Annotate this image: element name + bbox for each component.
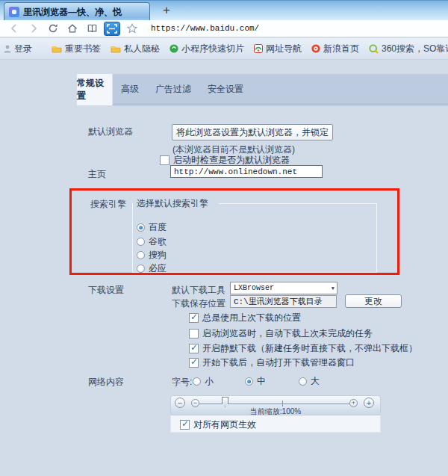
bookmark-label: 360搜索，SO靠谱 <box>382 43 448 55</box>
book-icon <box>86 22 99 34</box>
bookmark-label: 新浪首页 <box>323 43 359 55</box>
bookmark-label: 网址导航 <box>266 43 302 55</box>
last-location-checkbox[interactable]: ✓ <box>189 313 199 323</box>
settings-tab-strip: 常规设置 高级 广告过滤 安全设置 <box>77 74 448 105</box>
refresh-button[interactable] <box>43 21 63 36</box>
active-browser-tab[interactable]: 里讯浏览器—快、净、悦 <box>4 2 150 21</box>
bookmark-item[interactable]: 新浪首页 <box>311 43 359 55</box>
font-size-option[interactable]: 小 <box>193 375 214 388</box>
change-location-button[interactable]: 更改 <box>345 294 402 308</box>
home-button[interactable] <box>63 21 82 36</box>
homepage-label: 主页 <box>88 168 106 181</box>
bookmark-item[interactable]: 小程序快速切片 <box>169 43 244 55</box>
zoom-slider-tick <box>282 401 283 407</box>
radio-font-medium[interactable] <box>245 377 253 386</box>
open-manager-checkbox[interactable]: ✓ <box>189 358 199 368</box>
zoom-out-button[interactable]: − <box>175 398 185 408</box>
bookmark-item[interactable]: 重要书签 <box>52 43 101 55</box>
favorite-button[interactable] <box>122 21 142 36</box>
startup-checkbox[interactable] <box>160 155 169 165</box>
zoom-in-button[interactable]: + <box>364 398 374 408</box>
zoom-slider-track[interactable] <box>199 404 350 404</box>
back-button[interactable] <box>4 21 24 36</box>
set-default-browser-button[interactable]: 将此浏览器设置为默认浏览器，并锁定 <box>172 124 333 140</box>
radio-font-large[interactable] <box>299 377 307 386</box>
checkbox-label: 开启静默下载（新建任务时直接下载，不弹出下载框） <box>202 342 417 355</box>
checkbox-label: 总是使用上次下载的位置 <box>202 312 301 324</box>
download-location-label: 下载保存位置 <box>172 297 225 310</box>
download-tool-dropdown[interactable]: LXBrowser ▼ <box>230 282 337 294</box>
scan-icon <box>106 23 118 34</box>
web-content-label: 网络内容 <box>88 376 124 389</box>
download-tool-value: LXBrowser <box>234 284 274 292</box>
resume-tasks-checkbox[interactable] <box>189 329 199 339</box>
tab-security[interactable]: 安全设置 <box>208 74 243 105</box>
check-mark-icon: ✓ <box>190 342 198 353</box>
radio-label: 中 <box>257 375 266 388</box>
check-mark-icon: ✓ <box>190 312 198 322</box>
download-check-row[interactable]: ✓ 总是使用上次下载的位置 <box>189 312 301 324</box>
chevron-down-icon: ▼ <box>332 285 335 291</box>
new-tab-button[interactable]: + <box>158 3 175 19</box>
font-size-option[interactable]: 中 <box>245 375 266 388</box>
navigation-toolbar: https://www.baidu.com/ <box>0 20 448 37</box>
check-mark-icon: ✓ <box>190 356 198 367</box>
bookmark-item[interactable]: 私人隐秘 <box>111 43 160 55</box>
bookmark-label: 重要书签 <box>65 43 101 55</box>
download-check-row[interactable]: ✓ 开始下载后，自动打开下载管理器窗口 <box>189 356 355 369</box>
download-location-input[interactable]: C:\里讯浏览器下载目录 <box>230 295 337 308</box>
login-label: 登录 <box>14 43 32 55</box>
star-icon <box>126 22 138 34</box>
bookmark-item[interactable]: 360搜索，SO靠谱 <box>369 43 448 55</box>
download-tool-label: 默认下载工具 <box>172 284 225 297</box>
nav-site-icon <box>254 44 263 53</box>
download-settings-label: 下载设置 <box>88 284 124 297</box>
folder-icon <box>111 45 121 53</box>
bookmark-item[interactable]: 网址导航 <box>254 43 302 55</box>
sina-icon <box>311 44 320 53</box>
font-size-label: 字号: <box>172 376 192 389</box>
radio-label: 小 <box>205 375 214 388</box>
address-bar[interactable]: https://www.baidu.com/ <box>151 24 259 33</box>
tab-ad-filter[interactable]: 广告过滤 <box>155 74 191 105</box>
bookmark-label: 私人隐秘 <box>124 43 160 55</box>
reading-list-button[interactable] <box>82 21 102 36</box>
default-browser-label: 默认浏览器 <box>88 126 133 138</box>
browser-favicon-icon <box>9 7 19 17</box>
forward-icon <box>28 22 40 34</box>
tab-advanced[interactable]: 高级 <box>121 74 139 105</box>
highlight-red-box <box>69 188 399 275</box>
360-search-icon <box>369 44 379 54</box>
browser-tab-title: 里讯浏览器—快、净、悦 <box>23 6 122 19</box>
check-mark-icon: ✓ <box>181 418 189 429</box>
checkbox-label: 启动浏览器时，自动下载上次未完成的任务 <box>202 327 373 340</box>
radio-label: 大 <box>311 375 320 388</box>
checkbox-label: 开始下载后，自动打开下载管理器窗口 <box>202 356 355 369</box>
radio-font-small[interactable] <box>193 377 201 386</box>
bookmark-label: 小程序快速切片 <box>181 43 244 55</box>
apply-all-row[interactable]: ✓ 对所有网页生效 <box>180 418 256 431</box>
browser-window: 里讯浏览器—快、净、悦 + https://www.baidu.com/ <box>0 0 448 476</box>
browser-tab-bar: 里讯浏览器—快、净、悦 + <box>0 0 448 20</box>
login-button[interactable]: 登录 <box>4 43 32 55</box>
person-icon <box>4 45 11 53</box>
back-icon <box>8 22 20 34</box>
checkbox-label: 对所有网页生效 <box>193 418 256 431</box>
homepage-input[interactable]: http://www.onlinedown.net <box>170 165 323 178</box>
download-check-row[interactable]: 启动浏览器时，自动下载上次未完成的任务 <box>189 327 373 340</box>
tab-general-settings[interactable]: 常规设置 <box>77 74 113 105</box>
bookmarks-bar: 登录 重要书签 私人隐秘 小程序快速切片 网址导航 新浪首页 360搜索，SO靠… <box>0 38 448 60</box>
slider-max-icon[interactable]: + <box>349 399 358 407</box>
slider-min-icon[interactable]: − <box>191 399 199 407</box>
apply-all-checkbox[interactable]: ✓ <box>180 420 190 430</box>
miniprogram-icon <box>169 44 178 53</box>
home-icon <box>66 22 78 34</box>
folder-icon <box>52 45 62 53</box>
silent-download-checkbox[interactable]: ✓ <box>189 344 199 353</box>
font-size-option[interactable]: 大 <box>299 375 320 388</box>
forward-button[interactable] <box>24 21 43 36</box>
download-check-row[interactable]: ✓ 开启静默下载（新建任务时直接下载，不弹出下载框） <box>189 342 417 355</box>
screenshot-button[interactable] <box>104 22 120 36</box>
refresh-icon <box>47 22 59 34</box>
